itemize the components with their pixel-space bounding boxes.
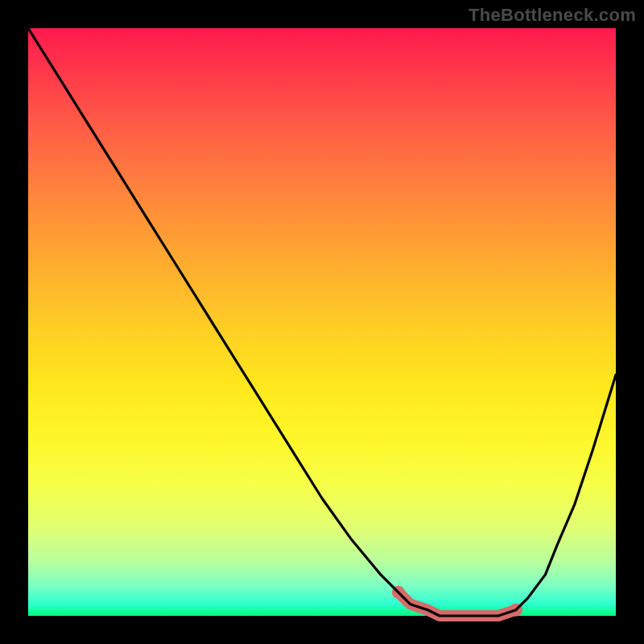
chart-svg bbox=[28, 28, 616, 616]
optimal-range-highlight bbox=[398, 592, 516, 616]
watermark-text: TheBottleneck.com bbox=[469, 5, 636, 26]
chart-frame: TheBottleneck.com bbox=[0, 0, 644, 644]
plot-area bbox=[28, 28, 616, 616]
bottleneck-curve bbox=[28, 28, 616, 616]
